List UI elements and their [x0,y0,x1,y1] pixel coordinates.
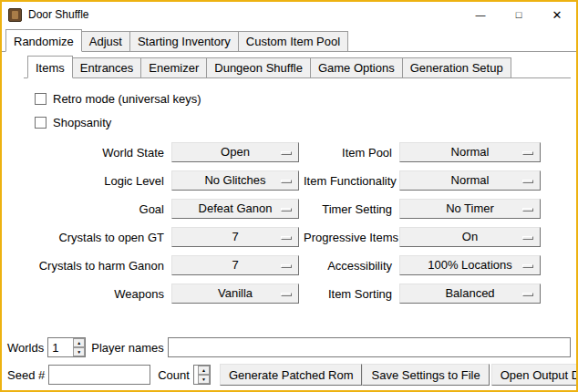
crystals-gt-dropdown[interactable]: 7 [171,227,299,247]
dropdown-indicator-icon [281,264,292,268]
worlds-spinner-arrows: ▲ ▼ [73,338,85,356]
dropdown-indicator-icon [281,151,292,155]
tab-game-options[interactable]: Game Options [310,57,403,77]
crystals-ganon-dropdown[interactable]: 7 [171,255,299,275]
items-pane: Retro mode (universal keys) Shopsanity W… [2,78,576,304]
item-functionality-value: Normal [451,171,490,190]
close-button[interactable]: ✕ [538,2,576,27]
dropdown-indicator-icon [281,208,292,211]
weapons-label: Weapons [35,287,167,301]
window-title: Door Shuffle [28,8,89,21]
dropdown-indicator-icon [281,293,292,296]
shopsanity-row: Shopsanity [35,111,573,133]
item-pool-value: Normal [451,143,490,161]
goal-value: Defeat Ganon [199,200,273,218]
crystals-gt-label: Crystals to open GT [35,231,167,244]
tab-randomize[interactable]: Randomize [5,29,82,52]
timer-setting-dropdown[interactable]: No Timer [399,199,541,219]
item-pool-label: Item Pool [304,146,395,160]
goal-dropdown[interactable]: Defeat Ganon [171,199,299,219]
minimize-icon: — [476,9,486,20]
open-output-button[interactable]: Open Output Directory [491,364,578,386]
weapons-dropdown[interactable]: Vanilla [171,284,299,304]
progressive-items-dropdown[interactable]: On [399,227,541,247]
weapons-value: Vanilla [218,284,253,303]
app-icon [8,8,22,22]
spin-down-icon[interactable]: ▼ [198,375,210,384]
shopsanity-checkbox[interactable] [35,117,46,129]
world-state-dropdown[interactable]: Open [171,142,299,162]
logic-level-label: Logic Level [35,174,167,188]
dropdown-indicator-icon [522,236,533,240]
logic-level-value: No Glitches [204,171,265,190]
seed-label: Seed # [7,368,45,382]
seed-row: Seed # Count ▲ ▼ Generate Patched Rom Sa… [7,364,571,386]
crystals-ganon-value: 7 [232,256,238,274]
worlds-input[interactable] [48,338,73,356]
spin-down-icon[interactable]: ▼ [73,347,85,356]
settings-grid: World State Open Item Pool Normal Logic … [35,142,573,304]
dropdown-indicator-icon [522,293,533,296]
item-functionality-label: Item Functionality [304,174,395,188]
count-spinner: ▲ ▼ [193,365,211,385]
logic-level-dropdown[interactable]: No Glitches [171,170,299,191]
player-names-label: Player names [91,341,163,355]
close-icon: ✕ [552,8,563,22]
spin-up-icon[interactable]: ▲ [73,338,85,347]
tab-custom-item-pool[interactable]: Custom Item Pool [238,31,348,51]
dropdown-indicator-icon [281,236,292,240]
crystals-ganon-label: Crystals to harm Ganon [35,259,167,273]
bottom-controls: Worlds ▲ ▼ Player names Seed # Count ▲ ▼ [7,331,571,386]
seed-input[interactable] [48,365,150,385]
count-label: Count [158,368,190,382]
goal-label: Goal [35,202,167,216]
retro-mode-row: Retro mode (universal keys) [35,88,573,109]
generate-rom-button[interactable]: Generate Patched Rom [220,364,363,386]
spin-up-icon[interactable]: ▲ [198,366,210,375]
save-settings-button[interactable]: Save Settings to File [362,364,489,386]
worlds-row: Worlds ▲ ▼ Player names [7,336,571,358]
item-sorting-value: Balanced [445,284,494,303]
maximize-button[interactable]: □ [500,2,538,27]
world-state-value: Open [221,143,250,161]
titlebar: Door Shuffle — □ ✕ [2,2,576,27]
tab-generation-setup[interactable]: Generation Setup [402,57,511,77]
tab-adjust[interactable]: Adjust [81,31,130,51]
window: Door Shuffle — □ ✕ Randomize Adjust Star… [0,0,578,392]
tab-items[interactable]: Items [27,56,73,78]
inner-tab-bar: Items Entrances Enemizer Dungeon Shuffle… [24,56,571,78]
retro-mode-label: Retro mode (universal keys) [53,92,201,106]
timer-setting-label: Timer Setting [304,202,395,216]
outer-tab-bar: Randomize Adjust Starting Inventory Cust… [2,29,576,52]
dropdown-indicator-icon [281,180,292,183]
accessibility-value: 100% Locations [428,256,512,274]
tab-entrances[interactable]: Entrances [72,57,142,77]
window-controls: — □ ✕ [461,2,576,27]
tab-starting-inventory[interactable]: Starting Inventory [129,31,239,51]
player-names-input[interactable] [168,337,571,357]
retro-mode-checkbox[interactable] [35,93,46,105]
count-spinner-arrows: ▲ ▼ [198,366,210,384]
dropdown-indicator-icon [522,151,533,155]
dropdown-indicator-icon [522,180,533,183]
item-pool-dropdown[interactable]: Normal [399,142,541,162]
item-sorting-label: Item Sorting [304,287,395,301]
accessibility-dropdown[interactable]: 100% Locations [399,255,541,275]
timer-setting-value: No Timer [446,200,494,218]
dropdown-indicator-icon [522,208,533,211]
worlds-spinner: ▲ ▼ [47,337,86,357]
minimize-button[interactable]: — [461,2,500,27]
item-functionality-dropdown[interactable]: Normal [399,170,541,191]
progressive-items-label: Progressive Items [304,231,395,244]
item-sorting-dropdown[interactable]: Balanced [399,284,541,304]
worlds-label: Worlds [7,341,44,355]
tab-enemizer[interactable]: Enemizer [140,57,207,77]
accessibility-label: Accessibility [304,259,395,273]
dropdown-indicator-icon [522,264,533,268]
maximize-icon: □ [516,9,522,20]
progressive-items-value: On [462,228,478,246]
crystals-gt-value: 7 [232,228,238,246]
tab-dungeon-shuffle[interactable]: Dungeon Shuffle [206,57,311,77]
world-state-label: World State [35,146,167,160]
shopsanity-label: Shopsanity [53,116,111,129]
